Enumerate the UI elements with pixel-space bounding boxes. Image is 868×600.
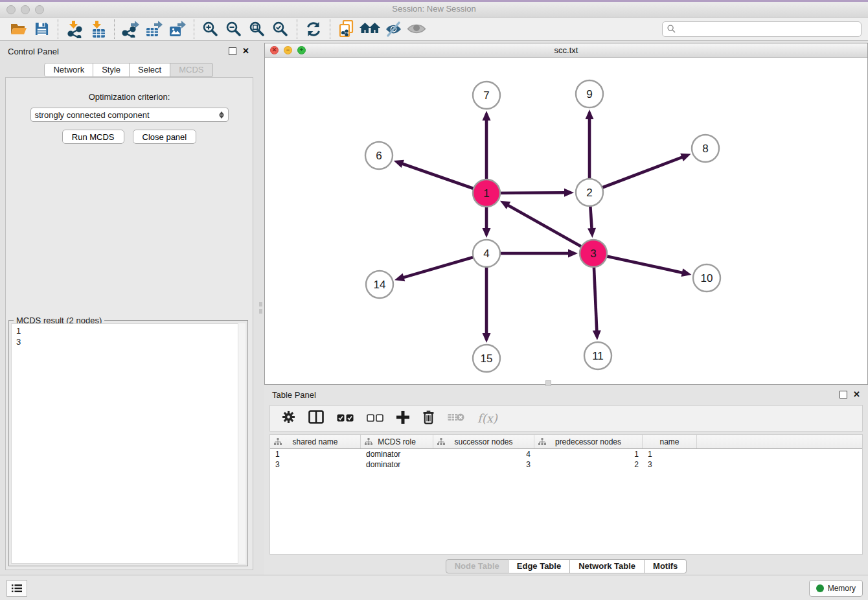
table-row[interactable]: 1dominator411 bbox=[270, 449, 862, 459]
graph-node-6[interactable]: 6 bbox=[365, 142, 393, 169]
show-graphics-button[interactable] bbox=[405, 19, 428, 40]
table-cell[interactable]: 4 bbox=[433, 449, 534, 459]
refresh-icon bbox=[305, 21, 322, 38]
new-network-file-button[interactable] bbox=[335, 19, 358, 40]
window-controls-inactive[interactable] bbox=[6, 5, 44, 14]
export-network-icon bbox=[122, 20, 140, 38]
panel-divider-vertical[interactable] bbox=[257, 41, 264, 575]
graph-node-9[interactable]: 9 bbox=[576, 80, 603, 108]
float-panel-icon[interactable] bbox=[229, 47, 236, 55]
network-canvas[interactable]: 1234678910111415 bbox=[265, 58, 867, 384]
select-stepper-icon bbox=[219, 111, 224, 119]
home-icon bbox=[360, 22, 380, 36]
open-folder-icon bbox=[10, 21, 27, 37]
zoom-out-button[interactable] bbox=[222, 19, 246, 40]
graph-node-4[interactable]: 4 bbox=[473, 240, 500, 267]
criterion-select[interactable]: strongly connected component bbox=[30, 108, 229, 122]
table-cell[interactable]: 1 bbox=[643, 449, 697, 459]
graph-node-15[interactable]: 15 bbox=[473, 345, 500, 372]
table-cell[interactable]: 1 bbox=[270, 449, 361, 459]
graph-node-11[interactable]: 11 bbox=[584, 342, 611, 369]
zoom-in-button[interactable] bbox=[199, 19, 222, 40]
table-cell[interactable]: 2 bbox=[534, 459, 643, 470]
graph-node-14[interactable]: 14 bbox=[366, 271, 393, 298]
close-panel-button[interactable]: Close panel bbox=[133, 130, 197, 144]
split-panel-button[interactable] bbox=[308, 410, 324, 426]
memory-button[interactable]: Memory bbox=[809, 580, 863, 597]
edge-2-8[interactable] bbox=[589, 154, 691, 192]
minimize-window-icon[interactable] bbox=[21, 5, 30, 14]
network-graph[interactable]: 1234678910111415 bbox=[265, 58, 866, 384]
export-network-button[interactable] bbox=[119, 19, 143, 40]
hide-graphics-button[interactable] bbox=[382, 19, 405, 40]
result-scrollbar[interactable] bbox=[238, 323, 246, 564]
export-image-button[interactable] bbox=[166, 19, 189, 40]
mcds-result-text[interactable]: 13 bbox=[11, 323, 246, 564]
table-cell[interactable]: 3 bbox=[270, 459, 361, 470]
graph-node-2[interactable]: 2 bbox=[576, 179, 603, 206]
table-tab-network-table[interactable]: Network Table bbox=[570, 559, 645, 573]
table-tab-node-table[interactable]: Node Table bbox=[446, 559, 508, 573]
column-header-mcds-role[interactable]: MCDS role bbox=[361, 435, 433, 448]
column-header-predecessor-nodes[interactable]: predecessor nodes bbox=[534, 435, 643, 448]
column-header-name[interactable]: name bbox=[643, 435, 697, 448]
open-session-button[interactable] bbox=[6, 19, 30, 40]
export-table-button[interactable] bbox=[143, 19, 166, 40]
refresh-button[interactable] bbox=[302, 19, 325, 40]
minimize-network-icon[interactable]: − bbox=[284, 46, 292, 54]
function-builder-button[interactable]: f(x) bbox=[477, 411, 497, 425]
deselect-all-button[interactable] bbox=[367, 413, 383, 424]
plus-icon bbox=[396, 411, 409, 424]
column-header-shared-name[interactable]: shared name bbox=[270, 435, 361, 448]
edge-3-1[interactable] bbox=[500, 201, 593, 253]
svg-text:4: 4 bbox=[483, 248, 489, 260]
table-cell[interactable]: 3 bbox=[643, 459, 697, 470]
home-button[interactable] bbox=[358, 19, 382, 40]
edge-4-14[interactable] bbox=[394, 253, 486, 281]
tab-mcds[interactable]: MCDS bbox=[170, 63, 212, 77]
canvas-resize-grip[interactable] bbox=[545, 380, 551, 386]
import-network-button[interactable] bbox=[63, 19, 86, 40]
graph-node-3[interactable]: 3 bbox=[580, 240, 607, 267]
search-field-wrap[interactable] bbox=[662, 21, 862, 37]
float-table-panel-icon[interactable] bbox=[839, 391, 847, 398]
close-network-icon[interactable]: ✕ bbox=[270, 46, 279, 54]
maximize-window-icon[interactable] bbox=[35, 5, 44, 14]
close-panel-icon[interactable]: ✕ bbox=[242, 48, 249, 54]
maximize-network-icon[interactable]: + bbox=[297, 46, 306, 54]
graph-node-8[interactable]: 8 bbox=[692, 135, 719, 162]
table-row[interactable]: 3dominator323 bbox=[270, 459, 862, 470]
table-cell[interactable]: 3 bbox=[433, 459, 534, 470]
save-session-button[interactable] bbox=[30, 19, 53, 40]
network-window-titlebar[interactable]: ✕ − + scc.txt bbox=[265, 43, 867, 58]
graph-node-7[interactable]: 7 bbox=[473, 82, 500, 109]
tab-select[interactable]: Select bbox=[130, 63, 170, 77]
column-header-successor-nodes[interactable]: successor nodes bbox=[433, 435, 534, 448]
search-input[interactable] bbox=[679, 24, 856, 34]
graph-node-10[interactable]: 10 bbox=[693, 264, 720, 292]
column-label: predecessor nodes bbox=[555, 437, 621, 446]
tab-style[interactable]: Style bbox=[93, 63, 130, 77]
select-all-button[interactable] bbox=[337, 413, 354, 424]
run-mcds-button[interactable]: Run MCDS bbox=[62, 130, 124, 144]
edge-3-10[interactable] bbox=[593, 253, 692, 277]
zoom-selected-button[interactable] bbox=[269, 19, 292, 40]
zoom-fit-button[interactable] bbox=[246, 19, 269, 40]
table-cell[interactable]: 1 bbox=[534, 449, 643, 459]
table-cell[interactable]: dominator bbox=[361, 459, 433, 470]
import-table-button[interactable] bbox=[86, 19, 109, 40]
edge-1-6[interactable] bbox=[394, 160, 486, 193]
close-table-panel-icon[interactable]: ✕ bbox=[853, 391, 860, 398]
task-history-button[interactable] bbox=[6, 580, 27, 597]
graph-node-1[interactable]: 1 bbox=[473, 179, 500, 207]
table-cell[interactable]: dominator bbox=[361, 449, 433, 459]
close-window-icon[interactable] bbox=[6, 5, 16, 14]
table-tab-edge-table[interactable]: Edge Table bbox=[508, 559, 570, 573]
tab-network[interactable]: Network bbox=[44, 63, 93, 77]
table-settings-button[interactable] bbox=[282, 410, 295, 426]
delete-column-button[interactable] bbox=[422, 410, 435, 427]
table-tabs: Node TableEdge TableNetwork TableMotifs bbox=[264, 559, 868, 573]
table-tab-motifs[interactable]: Motifs bbox=[645, 559, 687, 573]
add-column-button[interactable] bbox=[396, 411, 409, 426]
delete-table-button[interactable] bbox=[448, 413, 464, 424]
